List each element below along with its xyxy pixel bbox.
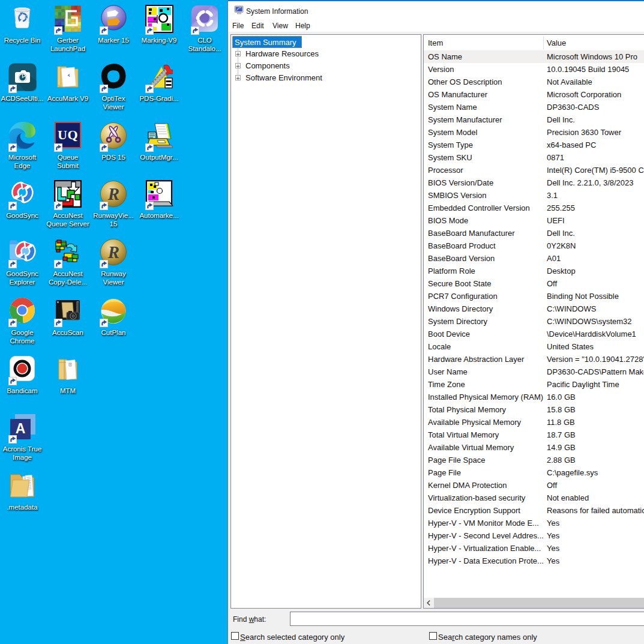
svg-text:A: A [16, 421, 26, 436]
svg-text:R: R [107, 184, 119, 203]
svg-text:R: R [107, 242, 119, 262]
